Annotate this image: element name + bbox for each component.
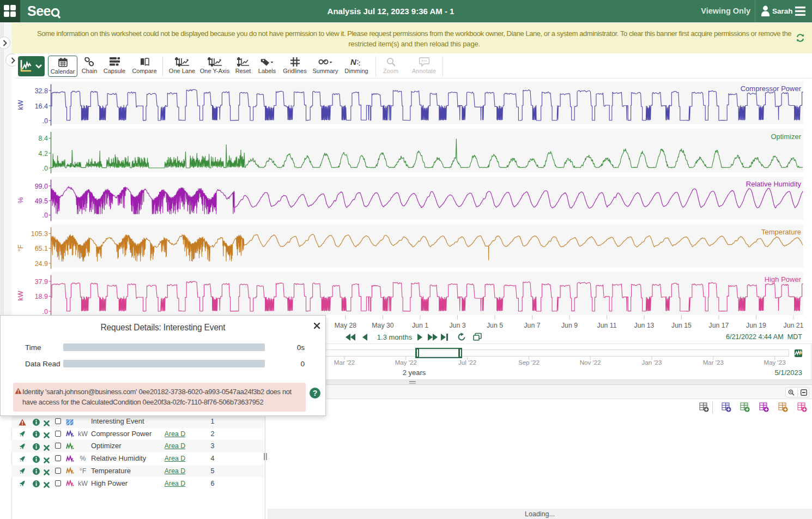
- svg-text:.0: .0: [43, 212, 48, 219]
- svg-text:Mar '22: Mar '22: [334, 359, 355, 366]
- svg-text:.0: .0: [43, 117, 48, 125]
- svg-text:24.9: 24.9: [35, 260, 48, 268]
- svg-text:°F: °F: [17, 244, 25, 251]
- svg-text:%: %: [17, 197, 25, 203]
- svg-text:49.5: 49.5: [35, 197, 48, 205]
- svg-text:Optimizer: Optimizer: [771, 132, 801, 141]
- svg-text:99.0: 99.0: [35, 183, 48, 190]
- svg-text:Jun 5: Jun 5: [487, 322, 503, 329]
- svg-text:Jun 17: Jun 17: [709, 322, 729, 329]
- svg-text:Jun 9: Jun 9: [561, 322, 578, 329]
- svg-text:.0: .0: [43, 308, 48, 316]
- svg-text:Jun 15: Jun 15: [671, 322, 692, 329]
- svg-text:May 30: May 30: [372, 322, 393, 329]
- svg-text:Jan '23: Jan '23: [641, 359, 662, 366]
- svg-text:Compressor Power: Compressor Power: [741, 85, 802, 93]
- svg-text:Jun 1: Jun 1: [412, 322, 428, 329]
- svg-text:Jun 11: Jun 11: [597, 322, 616, 329]
- svg-text:Jun 19: Jun 19: [746, 322, 766, 329]
- svg-text:kW: kW: [17, 291, 25, 300]
- svg-text:105.3: 105.3: [31, 230, 48, 238]
- svg-text:May '23: May '23: [763, 359, 785, 366]
- svg-text:.0: .0: [43, 165, 48, 172]
- svg-text:32.8: 32.8: [35, 87, 48, 95]
- svg-text:High Power: High Power: [765, 275, 802, 283]
- svg-text:Jun 3: Jun 3: [449, 322, 465, 329]
- svg-text:8.4: 8.4: [39, 135, 48, 142]
- svg-text:1.3 months: 1.3 months: [377, 333, 413, 341]
- svg-text:4.2: 4.2: [39, 150, 48, 158]
- svg-text:16.4: 16.4: [35, 102, 48, 110]
- svg-text:Jul '22: Jul '22: [458, 359, 476, 366]
- svg-text:Jun 21: Jun 21: [784, 322, 804, 329]
- svg-text:Sep '22: Sep '22: [518, 359, 540, 366]
- svg-text:Nov '22: Nov '22: [580, 359, 601, 366]
- svg-text:65.1: 65.1: [35, 245, 48, 252]
- svg-text:18.9: 18.9: [35, 293, 48, 300]
- svg-text:Mar '23: Mar '23: [703, 359, 724, 366]
- svg-text:May '22: May '22: [395, 359, 417, 366]
- svg-text:Relative Humidity: Relative Humidity: [746, 180, 802, 188]
- svg-text:Jun 7: Jun 7: [524, 322, 540, 329]
- svg-text:May 28: May 28: [335, 322, 356, 329]
- svg-text:Temperature: Temperature: [761, 228, 801, 236]
- svg-text:37.9: 37.9: [35, 278, 48, 286]
- svg-text:kW: kW: [17, 100, 25, 110]
- svg-text:Jun 13: Jun 13: [634, 322, 655, 329]
